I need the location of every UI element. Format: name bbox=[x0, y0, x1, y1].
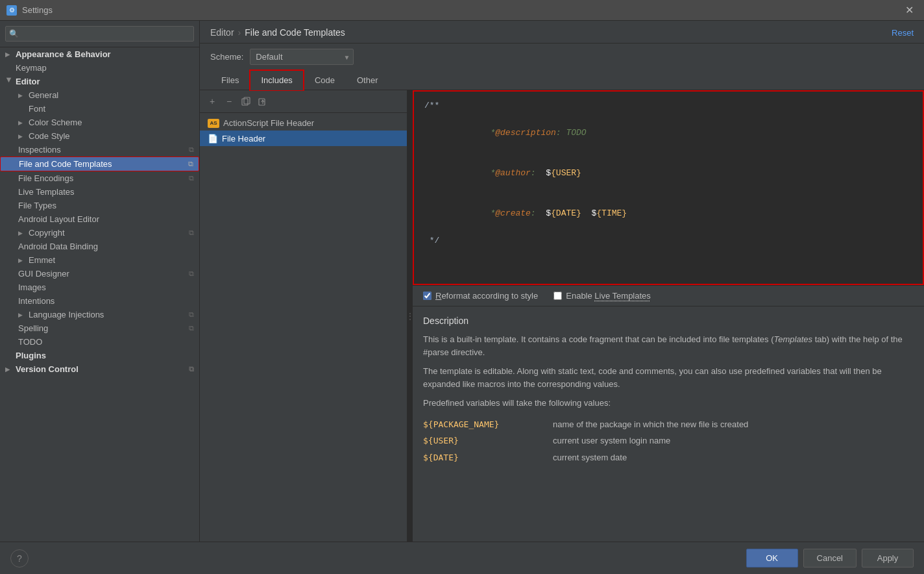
sidebar-label-images: Images bbox=[18, 282, 46, 292]
app-icon: ⚙ bbox=[6, 5, 17, 16]
sidebar-label-todo: TODO bbox=[18, 337, 42, 347]
var-row-package: ${PACKAGE_NAME} name of the package in w… bbox=[423, 416, 914, 433]
tab-other[interactable]: Other bbox=[346, 70, 389, 90]
file-item-label-file-header: File Header bbox=[222, 134, 265, 144]
expand-arrow-appearance: ▶ bbox=[5, 51, 13, 58]
drag-handle[interactable] bbox=[407, 90, 413, 542]
reformat-label: Reformat according to style bbox=[435, 291, 538, 301]
sidebar-item-live-templates[interactable]: Live Templates bbox=[0, 185, 199, 199]
live-templates-label: Enable Live Templates bbox=[566, 291, 651, 301]
export-button[interactable] bbox=[256, 94, 270, 108]
sidebar-item-font[interactable]: Font bbox=[0, 102, 199, 116]
expand-arrow-editor: ▶ bbox=[6, 78, 12, 86]
description-panel: Description This is a built-in template.… bbox=[413, 306, 924, 473]
copy-button[interactable] bbox=[239, 94, 253, 108]
reformat-checkbox[interactable] bbox=[423, 292, 432, 300]
sidebar-label-color-scheme: Color Scheme bbox=[29, 118, 82, 127]
code-editor[interactable]: /** *@description: TODO *@author: ${USER… bbox=[413, 90, 924, 285]
help-button[interactable]: ? bbox=[10, 549, 29, 568]
apply-button[interactable]: Apply bbox=[862, 549, 914, 568]
window-title: Settings bbox=[22, 5, 896, 15]
sidebar-item-language-injections[interactable]: ▶ Language Injections ⧉ bbox=[0, 308, 199, 321]
sidebar-label-code-style: Code Style bbox=[29, 131, 70, 141]
sidebar-item-android-layout[interactable]: Android Layout Editor bbox=[0, 212, 199, 226]
reset-link[interactable]: Reset bbox=[892, 28, 914, 38]
copy-icon-fe: ⧉ bbox=[189, 174, 194, 182]
button-bar: ? OK Cancel Apply bbox=[0, 542, 924, 574]
var-name-date: ${DATE} bbox=[423, 449, 553, 466]
sidebar-item-file-types[interactable]: File Types bbox=[0, 199, 199, 212]
sidebar-label-android-data-binding: Android Data Binding bbox=[18, 242, 98, 251]
sidebar-label-spelling: Spelling bbox=[18, 323, 48, 333]
sidebar-item-emmet[interactable]: ▶ Emmet bbox=[0, 253, 199, 267]
sidebar-label-intentions: Intentions bbox=[18, 296, 55, 306]
breadcrumb-current: File and Code Templates bbox=[245, 27, 345, 38]
scheme-row: Scheme: Default Project ▼ bbox=[200, 44, 924, 70]
code-line-3: *@author: ${USER} bbox=[424, 153, 912, 193]
file-header-icon: 📄 bbox=[208, 133, 218, 144]
scheme-select[interactable]: Default Project bbox=[250, 49, 354, 65]
tab-includes[interactable]: Includes bbox=[250, 70, 303, 90]
tab-files[interactable]: Files bbox=[210, 70, 250, 90]
copy-icon-gui: ⧉ bbox=[189, 269, 194, 278]
tab-code[interactable]: Code bbox=[304, 70, 346, 90]
sidebar-item-images[interactable]: Images bbox=[0, 281, 199, 294]
actionscript-icon: AS bbox=[208, 119, 219, 128]
copy-icon-copyright: ⧉ bbox=[189, 229, 194, 237]
ok-button[interactable]: OK bbox=[746, 549, 798, 568]
sidebar-label-plugins: Plugins bbox=[16, 351, 46, 360]
sidebar-item-keymap[interactable]: ▶ Keymap bbox=[0, 61, 199, 75]
copy-icon-svg bbox=[241, 97, 250, 106]
sidebar-item-code-style[interactable]: ▶ Code Style bbox=[0, 129, 199, 143]
sidebar-label-version-control: Version Control bbox=[16, 364, 79, 374]
breadcrumb-parent: Editor bbox=[210, 27, 234, 38]
split-pane: + − bbox=[200, 90, 924, 542]
sidebar-item-gui-designer[interactable]: GUI Designer ⧉ bbox=[0, 267, 199, 281]
sidebar-item-spelling[interactable]: Spelling ⧉ bbox=[0, 321, 199, 335]
file-item-actionscript[interactable]: AS ActionScript File Header bbox=[200, 116, 407, 131]
sidebar-label-font: Font bbox=[29, 104, 45, 114]
expand-arrow-color-scheme: ▶ bbox=[18, 119, 26, 126]
sidebar-item-android-data-binding[interactable]: Android Data Binding bbox=[0, 240, 199, 253]
sidebar: 🔍 ▶ Appearance & Behavior ▶ Keymap ▶ Edi… bbox=[0, 21, 200, 542]
sidebar-label-file-code-templates: File and Code Templates bbox=[19, 159, 112, 169]
sidebar-label-emmet: Emmet bbox=[29, 255, 55, 265]
sidebar-item-appearance[interactable]: ▶ Appearance & Behavior bbox=[0, 47, 199, 61]
var-desc-date: current system date bbox=[553, 449, 914, 466]
sidebar-item-inspections[interactable]: Inspections ⧉ bbox=[0, 143, 199, 156]
reformat-checkbox-label[interactable]: Reformat according to style bbox=[423, 291, 538, 301]
search-input[interactable] bbox=[5, 26, 194, 42]
var-row-date: ${DATE} current system date bbox=[423, 449, 914, 466]
breadcrumb-separator: › bbox=[238, 27, 241, 38]
sidebar-item-color-scheme[interactable]: ▶ Color Scheme bbox=[0, 116, 199, 129]
sidebar-item-file-encodings[interactable]: File Encodings ⧉ bbox=[0, 171, 199, 185]
sidebar-item-todo[interactable]: TODO bbox=[0, 335, 199, 349]
close-button[interactable]: ✕ bbox=[901, 3, 918, 18]
description-text2: The template is editable. Along with sta… bbox=[423, 365, 914, 390]
sidebar-item-general[interactable]: ▶ General bbox=[0, 88, 199, 102]
sidebar-item-copyright[interactable]: ▶ Copyright ⧉ bbox=[0, 226, 199, 240]
copy-icon-li: ⧉ bbox=[189, 310, 194, 319]
expand-arrow-emmet: ▶ bbox=[18, 257, 26, 264]
title-bar: ⚙ Settings ✕ bbox=[0, 0, 924, 21]
var-desc-package: name of the package in which the new fil… bbox=[553, 416, 914, 433]
sidebar-item-intentions[interactable]: Intentions bbox=[0, 294, 199, 308]
sidebar-label-file-types: File Types bbox=[18, 201, 56, 210]
file-item-file-header[interactable]: 📄 File Header bbox=[200, 131, 407, 146]
sidebar-label-gui-designer: GUI Designer bbox=[18, 269, 69, 279]
live-templates-checkbox[interactable] bbox=[553, 292, 562, 300]
remove-button[interactable]: − bbox=[222, 94, 236, 108]
expand-arrow-copyright: ▶ bbox=[18, 230, 26, 236]
live-templates-checkbox-label[interactable]: Enable Live Templates bbox=[553, 291, 651, 301]
add-button[interactable]: + bbox=[205, 94, 219, 108]
sidebar-item-version-control[interactable]: ▶ Version Control ⧉ bbox=[0, 362, 199, 376]
sidebar-label-android-layout: Android Layout Editor bbox=[18, 214, 99, 224]
var-row-user: ${USER} current user system login name bbox=[423, 432, 914, 449]
sidebar-item-editor[interactable]: ▶ Editor bbox=[0, 75, 199, 88]
sidebar-item-plugins[interactable]: ▶ Plugins bbox=[0, 349, 199, 362]
sidebar-item-file-code-templates[interactable]: File and Code Templates ⧉ bbox=[0, 156, 199, 171]
sidebar-label-keymap: Keymap bbox=[16, 63, 47, 73]
copy-icon-inspections: ⧉ bbox=[189, 145, 194, 154]
content-header: Editor › File and Code Templates Reset bbox=[200, 21, 924, 44]
cancel-button[interactable]: Cancel bbox=[803, 549, 857, 568]
